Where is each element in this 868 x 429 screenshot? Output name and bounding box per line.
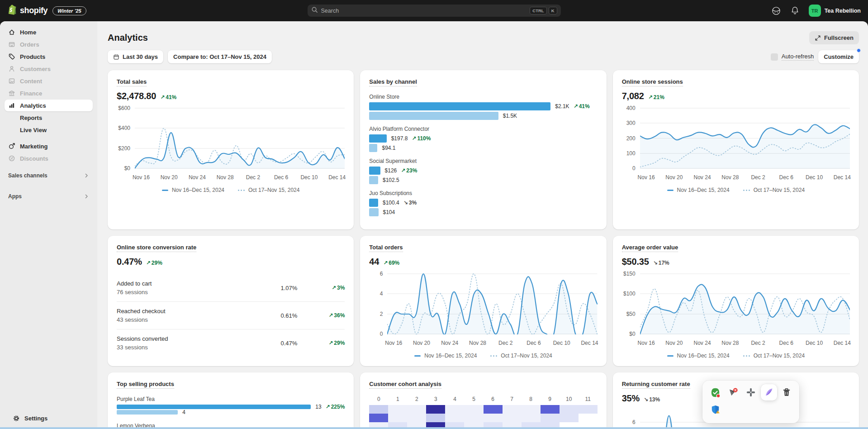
sidebar-item-customers[interactable]: Customers	[5, 63, 93, 75]
sidebar-item-live-view[interactable]: Live View	[5, 124, 93, 136]
cohort-column-label: 1	[388, 396, 407, 402]
x-axis-tick: Nov 28	[721, 340, 739, 346]
cohort-cell	[426, 405, 445, 414]
cohort-cell	[522, 414, 541, 422]
cohort-cell	[560, 405, 579, 414]
cohort-row	[369, 414, 597, 422]
line-chart-sessions	[640, 108, 850, 169]
purple-feather-extension-icon[interactable]	[761, 384, 777, 400]
x-axis: Nov 16Nov 20Nov 24Nov 28Dec 2Dec 6Dec 10…	[640, 174, 850, 181]
cohort-column-label: 0	[369, 396, 388, 402]
cohort-cell	[484, 405, 503, 414]
auto-refresh-checkbox[interactable]	[771, 53, 778, 61]
x-axis-tick: Nov 20	[665, 340, 683, 346]
fullscreen-button[interactable]: Fullscreen	[809, 31, 859, 44]
cohort-heatmap	[369, 405, 597, 429]
cohort-cell	[445, 405, 464, 414]
sidebar-item-home[interactable]: Home	[5, 26, 93, 38]
analytics-icon	[8, 102, 15, 109]
card-top-selling-products: Top selling products Purple Leaf Tea 13↗…	[108, 372, 354, 429]
sidekick-assistant-icon[interactable]	[771, 6, 781, 16]
card-title-average-order-value[interactable]: Average order value	[622, 244, 678, 252]
card-title-sales-by-channel[interactable]: Sales by channel	[369, 78, 417, 86]
card-online-store-sessions: Online store sessions 7,082 ↗21% 4003002…	[613, 70, 859, 229]
sidebar-section-apps[interactable]: Apps	[8, 191, 89, 201]
cohort-cell	[503, 414, 522, 422]
sidebar-item-settings[interactable]: Settings	[9, 412, 88, 424]
avatar: TR	[809, 5, 821, 17]
topbar-left: shopify Winter ’25	[7, 4, 86, 17]
date-range-button[interactable]: Last 30 days	[108, 50, 163, 63]
card-title-total-sales[interactable]: Total sales	[117, 78, 147, 86]
bell-icon[interactable]	[790, 6, 800, 15]
card-average-order-value: Average order value $50.35 ↘17% $150$100…	[613, 236, 859, 366]
cohort-cell	[522, 405, 541, 414]
sidebar-item-analytics[interactable]: Analytics	[5, 100, 93, 111]
cohort-cell	[388, 414, 407, 422]
sidebar-item-products[interactable]: Products	[5, 51, 93, 62]
cohort-cell	[503, 405, 522, 414]
card-title-top-selling-products[interactable]: Top selling products	[117, 381, 174, 389]
card-title-returning-customer-rate[interactable]: Returning customer rate	[622, 381, 690, 389]
account-menu[interactable]: TR Tea Rebellion	[809, 5, 861, 17]
extension-toolbar	[702, 381, 799, 423]
card-title-customer-cohort-analysis[interactable]: Customer cohort analysis	[369, 381, 441, 389]
cohort-cell	[407, 405, 426, 414]
delta-badge: ↗41%	[574, 103, 590, 110]
x-axis-tick: Dec 6	[526, 340, 541, 346]
sidebar-item-marketing[interactable]: Marketing	[5, 140, 93, 152]
cohort-column-label: 6	[484, 396, 503, 402]
discounts-icon	[8, 155, 15, 162]
cohort-column-label: 10	[560, 396, 579, 402]
chevron-right-icon	[84, 194, 89, 199]
green-check-extension-icon[interactable]	[707, 384, 723, 400]
y-axis: $150$100$50$0	[622, 271, 640, 337]
y-axis-tick: 4	[380, 291, 383, 297]
funnel-row-added-to-cart: Added to cart76 sessions 1.07% ↗3%	[117, 274, 345, 301]
card-total-sales: Total sales $2,478.80 ↗41% $600$400$200$…	[108, 70, 354, 229]
x-axis-tick: Dec 6	[779, 340, 793, 346]
search-input[interactable]: Search CTRL K	[308, 5, 561, 17]
y-axis-tick: $400	[118, 125, 130, 131]
sidebar-item-reports[interactable]: Reports	[5, 112, 93, 124]
cohort-cell	[407, 414, 426, 422]
shopify-logo[interactable]: shopify	[7, 4, 47, 17]
cohort-column-headers: 01234567891011	[369, 396, 597, 402]
sidebar-item-discounts[interactable]: Discounts	[5, 153, 93, 164]
auto-refresh-toggle[interactable]: Auto-refresh	[771, 53, 814, 61]
triangle-error-extension-icon[interactable]	[725, 384, 741, 400]
card-title-total-orders[interactable]: Total orders	[369, 244, 403, 252]
channel-social-supermarket: Social Supermarket $126↗23% $102.5	[369, 158, 597, 184]
card-total-orders: Total orders 44 ↗69% 6420 Nov 16Nov 20No…	[360, 236, 606, 366]
x-axis-tick: Dec 10	[806, 174, 823, 181]
y-axis-tick: 6	[632, 419, 636, 425]
shortcut-key-k: K	[549, 7, 557, 14]
sidebar-item-content[interactable]: Content	[5, 75, 93, 87]
finance-icon	[8, 90, 15, 97]
card-title-conversion-rate[interactable]: Online store conversion rate	[117, 244, 196, 252]
sidebar-section-sales-channels[interactable]: Sales channels	[8, 171, 89, 181]
cohort-cell	[464, 405, 483, 414]
shield-warning-extension-icon[interactable]	[707, 401, 723, 418]
orders-icon	[8, 41, 15, 48]
delta-badge: ↗41%	[160, 94, 176, 100]
x-axis: Nov 16Nov 20Nov 24Nov 28Dec 2Dec 6Dec 10…	[387, 340, 597, 347]
chart-legend: Nov 16–Dec 15, 2024 Oct 17–Nov 15, 2024	[117, 187, 345, 193]
x-axis-tick: Nov 20	[413, 340, 430, 346]
clover-grid-extension-icon[interactable]	[743, 384, 759, 400]
channel-online-store: Online Store $2.1K↗41% $1.5K	[369, 94, 597, 120]
sidebar-item-orders[interactable]: Orders	[5, 38, 93, 50]
cohort-column-label: 11	[579, 396, 598, 402]
cohort-cell	[445, 414, 464, 422]
delta-badge: ↘3%	[403, 200, 417, 206]
x-axis-tick: Dec 10	[553, 340, 570, 346]
trash-extension-icon[interactable]	[778, 384, 795, 400]
search-icon	[311, 6, 318, 15]
compare-button[interactable]: Compare to: Oct 17–Nov 15, 2024	[168, 50, 272, 63]
y-axis-tick: 400	[626, 105, 636, 111]
customize-button[interactable]: Customize	[818, 50, 859, 63]
card-title-online-store-sessions[interactable]: Online store sessions	[622, 78, 683, 86]
metric-value: 35%	[622, 393, 640, 404]
x-axis-tick: Dec 6	[274, 174, 288, 181]
sidebar-item-finance[interactable]: Finance	[5, 87, 93, 99]
